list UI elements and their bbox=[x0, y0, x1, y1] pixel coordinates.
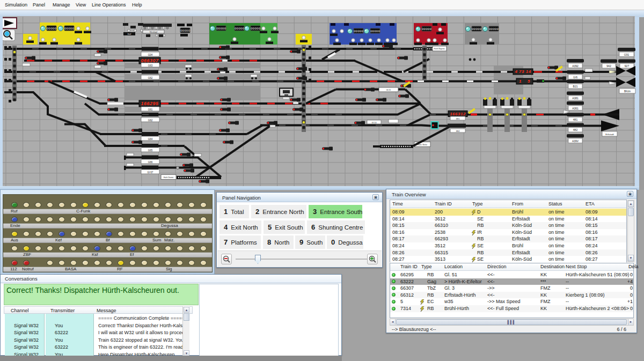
svg-text:G62: G62 bbox=[148, 119, 153, 122]
svg-text:B21: B21 bbox=[573, 85, 578, 88]
svg-text:A392: A392 bbox=[572, 64, 579, 68]
svg-text:00000: 00000 bbox=[422, 27, 431, 31]
svg-text:482: 482 bbox=[573, 128, 578, 131]
svg-text:00000: 00000 bbox=[354, 30, 363, 33]
svg-text:Hürth Wagenw.: Hürth Wagenw. bbox=[434, 48, 445, 50]
svg-text:066307: 066307 bbox=[141, 58, 159, 63]
svg-text:A39V: A39V bbox=[572, 139, 579, 143]
svg-text:942: 942 bbox=[606, 64, 611, 68]
svg-text:G65: G65 bbox=[148, 149, 153, 152]
svg-text:00000: 00000 bbox=[489, 27, 499, 31]
svg-text:G61: G61 bbox=[148, 108, 153, 111]
svg-text:481: 481 bbox=[573, 118, 578, 121]
svg-text:927: 927 bbox=[625, 64, 630, 68]
svg-text:G04: G04 bbox=[148, 54, 153, 56]
svg-text:A361: A361 bbox=[572, 107, 579, 110]
svg-text:00000: 00000 bbox=[235, 27, 244, 31]
svg-text:Hürth Chemie: Hürth Chemie bbox=[164, 176, 174, 179]
svg-text:G91: G91 bbox=[624, 53, 630, 56]
svg-text:4 73 14: 4 73 14 bbox=[514, 69, 531, 74]
svg-text:Erftstadt: Erftstadt bbox=[605, 133, 614, 136]
svg-text:391: 391 bbox=[456, 117, 460, 120]
svg-text:392: 392 bbox=[456, 130, 460, 132]
svg-text:Gl 21: Gl 21 bbox=[386, 89, 391, 91]
svg-text:Westkopf: Westkopf bbox=[150, 31, 158, 33]
svg-text:00000: 00000 bbox=[472, 27, 481, 31]
svg-text:G64: G64 bbox=[148, 138, 153, 141]
svg-text:1 5: 1 5 bbox=[519, 79, 530, 84]
svg-text:00000: 00000 bbox=[64, 27, 74, 31]
svg-text:A381: A381 bbox=[572, 97, 579, 100]
svg-text:G/6: G/6 bbox=[573, 76, 577, 79]
svg-text:G66: G66 bbox=[148, 161, 153, 164]
svg-text:00000: 00000 bbox=[216, 27, 226, 31]
svg-text:00000: 00000 bbox=[47, 27, 56, 31]
svg-text:00000: 00000 bbox=[180, 29, 190, 33]
svg-text:BKöln: BKöln bbox=[624, 90, 631, 93]
svg-text:Gl 10: Gl 10 bbox=[371, 122, 376, 124]
svg-text:G62: G62 bbox=[148, 77, 153, 79]
svg-text:00000: 00000 bbox=[370, 30, 380, 33]
svg-text:166312: 166312 bbox=[450, 112, 466, 116]
svg-text:WsF: WsF bbox=[127, 33, 131, 35]
svg-text:Gl 67: Gl 67 bbox=[148, 171, 153, 174]
svg-text:166295: 166295 bbox=[141, 101, 159, 106]
svg-text:00000: 00000 bbox=[251, 27, 260, 31]
svg-text:G63: G63 bbox=[148, 64, 153, 67]
